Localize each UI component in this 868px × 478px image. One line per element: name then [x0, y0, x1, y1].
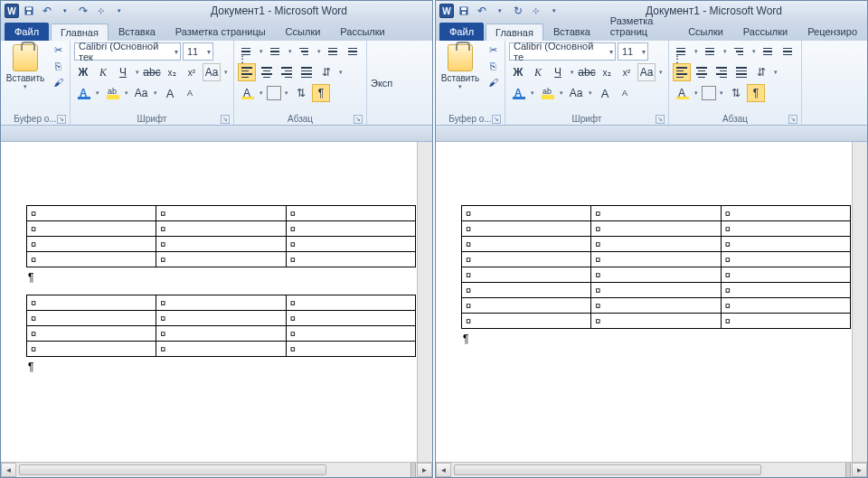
save-icon[interactable]: [21, 3, 37, 19]
tab-mailings[interactable]: Рассылки: [733, 23, 797, 41]
table-row[interactable]: ¤¤¤¤: [27, 221, 416, 237]
table-cell[interactable]: ¤: [27, 221, 156, 237]
scroll-left-icon[interactable]: ◄: [436, 463, 451, 477]
table-cell[interactable]: ¤: [591, 252, 721, 267]
table-row[interactable]: ¤¤¤¤: [27, 342, 416, 357]
justify-button[interactable]: [297, 63, 316, 81]
save-icon[interactable]: [456, 3, 472, 19]
table[interactable]: ¤¤¤¤¤¤¤¤¤¤¤¤¤¤¤¤¤¤¤¤¤¤¤¤¤¤¤¤¤¤¤¤: [461, 205, 851, 329]
table-row[interactable]: ¤¤¤¤: [462, 237, 851, 252]
multilevel-button[interactable]: [731, 42, 749, 61]
grow-font-button[interactable]: A: [596, 84, 614, 102]
font-size-combo[interactable]: 11: [618, 42, 648, 61]
tab-references[interactable]: Ссылки: [276, 23, 331, 41]
table-cell[interactable]: ¤: [462, 283, 591, 298]
table-cell[interactable]: ¤: [462, 314, 591, 329]
table-cell[interactable]: ¤: [591, 283, 721, 298]
undo-icon[interactable]: ↶: [39, 3, 55, 19]
underline-button[interactable]: Ч: [114, 63, 132, 81]
shading-button[interactable]: A: [673, 84, 691, 102]
table-cell[interactable]: ¤: [156, 295, 286, 311]
shrink-font-button[interactable]: A: [181, 84, 199, 102]
table-cell[interactable]: ¤: [462, 221, 591, 237]
table-row[interactable]: ¤¤¤¤: [27, 206, 416, 221]
scroll-thumb[interactable]: [454, 464, 761, 475]
text-effects-button[interactable]: Aa: [637, 63, 656, 81]
bullets-button[interactable]: [673, 42, 691, 61]
undo-icon[interactable]: ↶: [474, 3, 490, 19]
table-cell[interactable]: ¤: [156, 326, 286, 342]
table-row[interactable]: ¤¤¤¤: [462, 314, 851, 329]
decrease-indent-button[interactable]: [760, 42, 778, 61]
format-painter-icon[interactable]: 🖌: [50, 75, 66, 89]
scroll-thumb[interactable]: [19, 464, 326, 475]
copy-icon[interactable]: ⎘: [50, 59, 66, 73]
table-cell[interactable]: ¤: [156, 311, 286, 326]
align-right-button[interactable]: [278, 63, 296, 81]
table-cell[interactable]: ¤¤: [286, 206, 415, 221]
italic-button[interactable]: К: [529, 63, 547, 81]
redo-icon[interactable]: ↷: [75, 3, 91, 19]
highlight-button[interactable]: [538, 84, 556, 102]
bold-button[interactable]: Ж: [509, 63, 527, 81]
decrease-indent-button[interactable]: [325, 42, 343, 61]
para-launcher-icon[interactable]: ↘: [354, 115, 363, 124]
table-cell[interactable]: ¤: [156, 237, 286, 252]
line-spacing-button[interactable]: ⇵: [752, 63, 770, 81]
tab-layout[interactable]: Разметка страницы: [165, 23, 276, 41]
tab-mailings[interactable]: Рассылки: [330, 23, 394, 41]
table-cell[interactable]: ¤: [591, 314, 721, 329]
table-cell[interactable]: ¤: [591, 221, 721, 237]
tab-home[interactable]: Главная: [486, 23, 543, 41]
align-left-button[interactable]: [673, 63, 691, 81]
align-center-button[interactable]: [258, 63, 276, 81]
vertical-scrollbar[interactable]: [417, 142, 432, 462]
table-row[interactable]: ¤¤¤¤: [462, 283, 851, 298]
redo-icon[interactable]: ↻: [510, 3, 526, 19]
table-cell[interactable]: ¤: [27, 206, 156, 221]
scroll-right-icon[interactable]: ►: [417, 463, 432, 477]
table-cell[interactable]: ¤¤: [721, 206, 850, 221]
table-cell[interactable]: ¤: [156, 221, 286, 237]
bullets-button[interactable]: [238, 42, 256, 61]
table-cell[interactable]: ¤: [462, 252, 591, 267]
table-cell[interactable]: ¤: [462, 237, 591, 252]
tab-file[interactable]: Файл: [5, 23, 49, 41]
table-row[interactable]: ¤¤¤¤: [27, 252, 416, 267]
table-cell[interactable]: ¤: [27, 342, 156, 357]
copy-icon[interactable]: ⎘: [485, 59, 501, 73]
table-row[interactable]: ¤¤¤¤: [27, 237, 416, 252]
numbering-button[interactable]: [267, 42, 285, 61]
qat-customize-icon[interactable]: ▾: [546, 3, 562, 19]
table[interactable]: ¤¤¤¤¤¤¤¤¤¤¤¤¤¤¤¤: [26, 295, 416, 357]
align-right-button[interactable]: [712, 63, 731, 81]
table-cell[interactable]: ¤: [591, 298, 721, 314]
table-row[interactable]: ¤¤¤¤: [462, 206, 851, 221]
paste-button[interactable]: Вставить ▾: [5, 42, 46, 92]
italic-button[interactable]: К: [94, 63, 112, 81]
undo-dropdown-icon[interactable]: ▾: [492, 3, 508, 19]
font-name-combo[interactable]: Calibri (Основной тек: [74, 42, 181, 61]
horizontal-scrollbar[interactable]: ◄ ►: [1, 462, 432, 477]
underline-button[interactable]: Ч: [549, 63, 567, 81]
shading-button[interactable]: A: [238, 84, 256, 102]
table-row[interactable]: ¤¤¤¤: [27, 311, 416, 326]
multilevel-button[interactable]: [296, 42, 314, 61]
table-cell[interactable]: ¤: [591, 237, 721, 252]
show-marks-button[interactable]: ¶: [312, 84, 330, 102]
change-case-button[interactable]: Aa: [132, 84, 150, 102]
clipboard-launcher-icon[interactable]: ↘: [492, 115, 501, 124]
align-center-button[interactable]: [693, 63, 711, 81]
justify-button[interactable]: [732, 63, 750, 81]
document-area[interactable]: ¤¤¤¤¤¤¤¤¤¤¤¤¤¤¤¤¤¤¤¤¤¤¤¤¤¤¤¤¤¤¤¤¶: [436, 142, 867, 462]
grow-font-button[interactable]: A: [161, 84, 179, 102]
superscript-button[interactable]: x²: [618, 63, 636, 81]
sort-button[interactable]: ⇅: [292, 84, 310, 102]
font-name-combo[interactable]: Calibri (Основной те: [509, 42, 616, 61]
font-launcher-icon[interactable]: ↘: [221, 115, 230, 124]
font-size-combo[interactable]: 11: [183, 42, 213, 61]
text-color-styled-button[interactable]: A: [74, 84, 92, 102]
table-cell[interactable]: ¤¤: [286, 342, 415, 357]
split-handle[interactable]: [410, 463, 416, 477]
qat-customize-icon[interactable]: ▾: [111, 3, 127, 19]
